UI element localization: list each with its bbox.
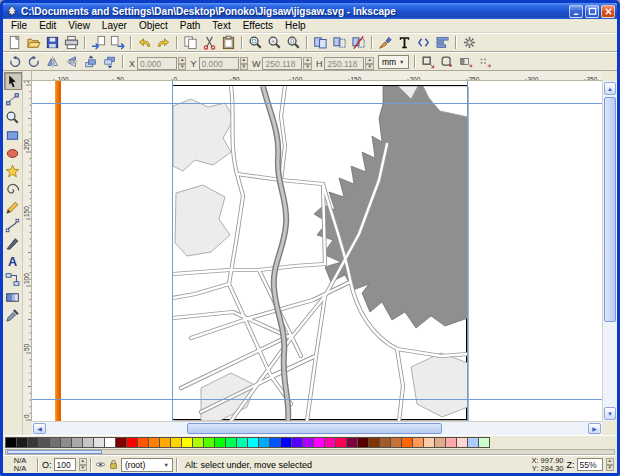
- w-field[interactable]: [262, 57, 302, 70]
- unlink-clone-button[interactable]: [349, 34, 368, 51]
- horizontal-guide-bottom[interactable]: [32, 399, 602, 400]
- scroll-left-arrow[interactable]: ◀: [33, 423, 46, 434]
- layer-dropdown[interactable]: (root)▼: [121, 458, 173, 472]
- copy-button[interactable]: [181, 34, 200, 51]
- tool-spiral[interactable]: [4, 180, 22, 198]
- flip-vertical-button[interactable]: [62, 53, 81, 70]
- raise-to-top-button[interactable]: [81, 53, 100, 70]
- save-document-button[interactable]: [43, 34, 62, 51]
- h-field[interactable]: [324, 57, 364, 70]
- vertical-scrollbar[interactable]: ▲ ▼: [602, 81, 617, 421]
- scroll-up-arrow[interactable]: ▲: [604, 82, 616, 95]
- close-button[interactable]: [601, 5, 615, 18]
- zoom-field[interactable]: [577, 458, 603, 471]
- export-bitmap-button[interactable]: [108, 34, 127, 51]
- tool-text[interactable]: A: [4, 252, 22, 270]
- tool-dropper[interactable]: [4, 306, 22, 324]
- fill-stroke-indicator[interactable]: N/A N/A: [6, 457, 34, 473]
- align-and-distribute-dialog-button[interactable]: [433, 34, 452, 51]
- horizontal-guide-top[interactable]: [32, 103, 602, 104]
- opacity-field[interactable]: [54, 458, 76, 471]
- toolbar-separator: [414, 55, 416, 68]
- zoom-to-selection-button[interactable]: [246, 34, 265, 51]
- x-field[interactable]: [137, 57, 177, 70]
- flip-horizontal-button[interactable]: [43, 53, 62, 70]
- undo-button[interactable]: [135, 34, 154, 51]
- vertical-ruler[interactable]: 050100150200250: [23, 81, 32, 421]
- xml-editor-button[interactable]: [414, 34, 433, 51]
- lower-to-bottom-button[interactable]: [100, 53, 119, 70]
- spinner[interactable]: ▲▼: [365, 57, 373, 70]
- redo-button[interactable]: [154, 34, 173, 51]
- horizontal-scroll-thumb[interactable]: [187, 423, 442, 434]
- tool-zoom[interactable]: [4, 108, 22, 126]
- y-field[interactable]: [199, 57, 239, 70]
- rotate-cw-button[interactable]: [24, 53, 43, 70]
- tool-rectangle[interactable]: [4, 126, 22, 144]
- layer-visibility-icon[interactable]: [95, 459, 106, 470]
- zoom-to-page-button[interactable]: [284, 34, 303, 51]
- scroll-right-arrow[interactable]: ▶: [588, 423, 601, 434]
- new-document-button[interactable]: [5, 34, 24, 51]
- vertical-scroll-thumb[interactable]: [604, 97, 616, 322]
- scale-corners-toggle-button[interactable]: [438, 53, 457, 70]
- cut-button[interactable]: [200, 34, 219, 51]
- spinner[interactable]: ▲▼: [240, 57, 248, 70]
- move-gradients-toggle-button[interactable]: [457, 53, 476, 70]
- menu-layer[interactable]: Layer: [96, 19, 133, 32]
- zoom-to-drawing-button[interactable]: [265, 34, 284, 51]
- spinner[interactable]: ▲▼: [178, 57, 186, 70]
- menu-text[interactable]: Text: [206, 19, 236, 32]
- menu-effects[interactable]: Effects: [237, 19, 279, 32]
- scroll-down-arrow[interactable]: ▼: [604, 407, 616, 420]
- create-clone-button[interactable]: [330, 34, 349, 51]
- tool-calligraphy[interactable]: [4, 234, 22, 252]
- menu-view[interactable]: View: [62, 19, 96, 32]
- palette-swatch[interactable]: [478, 437, 490, 448]
- toolbar-separator: [371, 36, 373, 49]
- tool-star[interactable]: [4, 162, 22, 180]
- tool-node-editor[interactable]: [4, 90, 22, 108]
- open-document-button[interactable]: [24, 34, 43, 51]
- tool-ellipse[interactable]: [4, 144, 22, 162]
- horizontal-ruler[interactable]: -100-50050100150200250300350: [32, 71, 602, 81]
- move-patterns-toggle-button[interactable]: [476, 53, 495, 70]
- tool-selector[interactable]: [4, 72, 22, 90]
- palette-scrollbar[interactable]: [5, 449, 615, 455]
- vertical-guide-left[interactable]: [172, 81, 173, 421]
- inkscape-preferences-button[interactable]: [460, 34, 479, 51]
- menu-edit[interactable]: Edit: [33, 19, 62, 32]
- import-bitmap-button[interactable]: [89, 34, 108, 51]
- tool-gradient[interactable]: [4, 288, 22, 306]
- vertical-guide-right[interactable]: [467, 81, 468, 421]
- inkscape-logo-icon: [6, 5, 18, 17]
- scale-stroke-toggle-button[interactable]: [419, 53, 438, 70]
- rotate-ccw-button[interactable]: [5, 53, 24, 70]
- menu-object[interactable]: Object: [133, 19, 174, 32]
- orange-rectangle-object[interactable]: [55, 81, 61, 421]
- import-bitmap-icon: [91, 35, 106, 50]
- duplicate-button[interactable]: [311, 34, 330, 51]
- toolbar-separator: [306, 36, 308, 49]
- layer-lock-icon[interactable]: [108, 459, 119, 470]
- menu-path[interactable]: Path: [174, 19, 207, 32]
- menu-file[interactable]: File: [5, 19, 33, 32]
- tool-pen[interactable]: [4, 216, 22, 234]
- opacity-spinner[interactable]: ▲▼: [79, 458, 87, 471]
- palette-scroll-thumb[interactable]: [7, 450, 102, 454]
- canvas[interactable]: [32, 81, 602, 421]
- tool-pencil[interactable]: [4, 198, 22, 216]
- maximize-button[interactable]: [585, 5, 599, 18]
- fill-and-stroke-dialog-button[interactable]: [376, 34, 395, 51]
- minimize-button[interactable]: [569, 5, 583, 18]
- horizontal-scrollbar[interactable]: ◀ ▶: [32, 421, 602, 435]
- spinner[interactable]: ▲▼: [303, 57, 311, 70]
- h-label: H: [316, 59, 323, 69]
- tool-connector[interactable]: [4, 270, 22, 288]
- units-dropdown[interactable]: mm▼: [378, 55, 409, 69]
- zoom-spinner[interactable]: ▲▼: [606, 458, 614, 471]
- menu-help[interactable]: Help: [279, 19, 312, 32]
- print-document-button[interactable]: [62, 34, 81, 51]
- paste-button[interactable]: [219, 34, 238, 51]
- text-and-font-dialog-button[interactable]: [395, 34, 414, 51]
